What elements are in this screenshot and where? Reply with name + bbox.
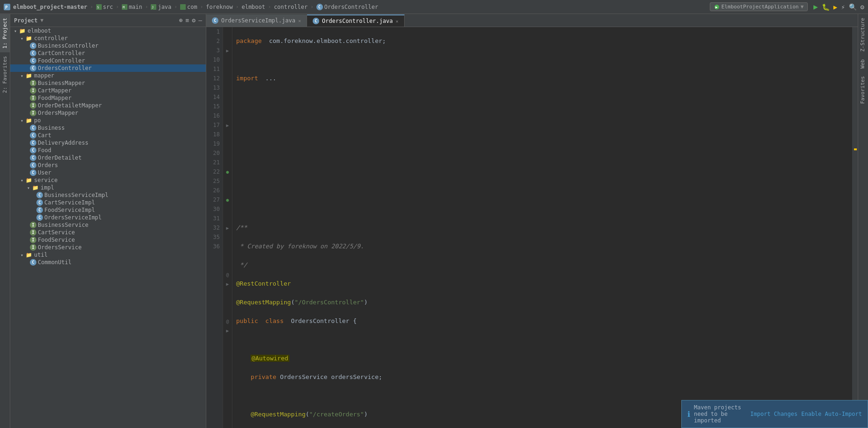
- svg-rect-8: [180, 4, 186, 10]
- tree-Cart[interactable]: C Cart: [10, 132, 206, 139]
- hide-panel-icon[interactable]: —: [198, 17, 202, 24]
- tree-service[interactable]: ▾ 📁 service: [10, 176, 206, 184]
- breadcrumb-class[interactable]: C OrdersController: [316, 4, 378, 10]
- interface-icon-BusinessService: I: [30, 222, 36, 228]
- code-editor[interactable]: 1 2 3 10 11 12 13 14 15 16 17 18 19 20: [206, 27, 858, 428]
- z-structure-tab[interactable]: Z-Structure: [858, 14, 868, 56]
- interface-icon-CartService: I: [30, 229, 36, 236]
- gear-icon[interactable]: ⚙: [192, 17, 196, 24]
- tab-label-OrdersServiceImpl: OrdersServiceImpl.java: [221, 17, 295, 24]
- tree-Business[interactable]: C Business: [10, 124, 206, 132]
- tree-OrdersService[interactable]: I OrdersService: [10, 244, 206, 251]
- tree-impl[interactable]: ▾ 📁 impl: [10, 184, 206, 191]
- search-everywhere-icon[interactable]: 🔍: [849, 3, 857, 11]
- enable-auto-import-link[interactable]: Enable Auto-Import: [801, 411, 862, 417]
- tree-OrderDetailet[interactable]: C OrderDetailet: [10, 154, 206, 161]
- tree-User[interactable]: C User: [10, 169, 206, 176]
- settings-icon[interactable]: ⚙: [861, 3, 864, 11]
- tree-label-mapper: mapper: [34, 72, 54, 79]
- project-panel: Project ▼ ⊕ ≡ ⚙ — ▾ 📁 elmboot ▾ 📁 contro…: [10, 14, 206, 428]
- fold-icon-22[interactable]: ▶: [223, 223, 232, 232]
- tree-CartController[interactable]: C CartController: [10, 49, 206, 57]
- fold-icon-32[interactable]: ▶: [223, 326, 232, 335]
- debug-icon[interactable]: 🐛: [822, 3, 830, 11]
- tree-arrow-po: ▾: [19, 118, 25, 123]
- run-icon[interactable]: ▶: [813, 2, 818, 11]
- tree-CartMapper[interactable]: I CartMapper: [10, 87, 206, 94]
- tree-util[interactable]: ▾ 📁 util: [10, 251, 206, 259]
- favorites-tab-right[interactable]: Favorites: [858, 72, 868, 108]
- bookmark-19: ●: [223, 195, 232, 204]
- scroll-indicator: [854, 148, 857, 150]
- fold-icon-16[interactable]: ●: [223, 167, 232, 176]
- class-icon-CommonUtil: C: [30, 259, 36, 266]
- code-line-17: [236, 335, 852, 344]
- breadcrumb-java[interactable]: J java: [151, 4, 171, 10]
- tree-FoodController[interactable]: C FoodController: [10, 57, 206, 64]
- tree-label-FoodController: FoodController: [38, 57, 85, 64]
- breadcrumb-sep-7: ›: [268, 4, 271, 10]
- tree-FoodMapper[interactable]: I FoodMapper: [10, 94, 206, 102]
- tab-OrdersController[interactable]: C OrdersController.java ✕: [307, 14, 405, 27]
- tree-BusinessMapper[interactable]: I BusinessMapper: [10, 79, 206, 87]
- tree-elmboot[interactable]: ▾ 📁 elmboot: [10, 27, 206, 35]
- breadcrumb-controller[interactable]: controller: [274, 4, 308, 10]
- breadcrumb-src[interactable]: S src: [96, 4, 113, 10]
- tree-arrow-util: ▾: [19, 253, 25, 258]
- breadcrumb-main[interactable]: M main: [122, 4, 142, 10]
- top-bar-project-name[interactable]: elmboot_project-master: [13, 4, 87, 10]
- project-tree: ▾ 📁 elmboot ▾ 📁 controller C BusinessCon…: [10, 27, 206, 428]
- tree-CommonUtil[interactable]: C CommonUtil: [10, 259, 206, 266]
- code-line-blank9: [236, 186, 852, 195]
- breadcrumb-elmboot[interactable]: elmboot: [242, 4, 266, 10]
- tree-OrdersServiceImpl[interactable]: C OrdersServiceImpl: [10, 214, 206, 221]
- collapse-icon[interactable]: ≡: [186, 17, 189, 24]
- tab-icon-OrdersController: C: [313, 18, 319, 24]
- breadcrumb-foreknow[interactable]: foreknow: [206, 4, 233, 10]
- breadcrumb-com[interactable]: com: [180, 4, 197, 10]
- tree-BusinessServiceImpl[interactable]: C BusinessServiceImpl: [10, 191, 206, 199]
- web-tab[interactable]: Web: [858, 56, 868, 72]
- class-icon-CartServiceImpl: C: [36, 199, 43, 206]
- profile-icon[interactable]: ⚡: [841, 3, 845, 11]
- tree-Orders[interactable]: C Orders: [10, 161, 206, 169]
- tree-po[interactable]: ▾ 📁 po: [10, 117, 206, 124]
- interface-icon-CartMapper: I: [30, 87, 36, 94]
- tree-BusinessController[interactable]: C BusinessController: [10, 42, 206, 49]
- project-tab[interactable]: 1: Project: [0, 14, 10, 52]
- run-config[interactable]: ▶ ElmbootProjectApplication ▼: [710, 2, 808, 11]
- tree-mapper[interactable]: ▾ 📁 mapper: [10, 72, 206, 79]
- main-layout: 1: Project 2: Favorites Project ▼ ⊕ ≡ ⚙ …: [0, 14, 868, 428]
- import-changes-link[interactable]: Import Changes: [750, 411, 798, 417]
- scope-icon[interactable]: ⊕: [179, 17, 183, 24]
- tab-icon-OrdersServiceImpl: C: [212, 17, 218, 24]
- notification-links: Import Changes Enable Auto-Import: [750, 411, 862, 417]
- breadcrumb-sep-1: ›: [90, 4, 93, 10]
- tree-Food[interactable]: C Food: [10, 147, 206, 154]
- fold-icon-27[interactable]: ▶: [223, 279, 232, 288]
- code-line-11: /**: [236, 223, 852, 232]
- fold-icon-11[interactable]: ▶: [223, 120, 232, 130]
- breadcrumb-sep-6: ›: [236, 4, 239, 10]
- tree-CartServiceImpl[interactable]: C CartServiceImpl: [10, 199, 206, 206]
- favorites-tab-left[interactable]: 2: Favorites: [0, 52, 10, 97]
- tree-label-Orders: Orders: [38, 162, 58, 168]
- project-dropdown-arrow[interactable]: ▼: [41, 17, 44, 23]
- tab-close-OrdersController[interactable]: ✕: [396, 19, 399, 24]
- tree-DeliveryAddress[interactable]: C DeliveryAddress: [10, 139, 206, 147]
- class-icon-OrdersController: C: [30, 65, 36, 71]
- fold-icon-3[interactable]: ▶: [223, 46, 232, 55]
- folder-icon-elmboot: 📁: [19, 28, 26, 34]
- tree-FoodServiceImpl[interactable]: C FoodServiceImpl: [10, 206, 206, 214]
- tree-CartService[interactable]: I CartService: [10, 229, 206, 236]
- tree-OrdersMapper[interactable]: I OrdersMapper: [10, 109, 206, 117]
- tab-close-OrdersServiceImpl[interactable]: ✕: [298, 18, 301, 23]
- tree-FoodService[interactable]: I FoodService: [10, 236, 206, 244]
- tab-OrdersServiceImpl[interactable]: C OrdersServiceImpl.java ✕: [206, 14, 307, 27]
- tree-controller[interactable]: ▾ 📁 controller: [10, 35, 206, 42]
- code-content[interactable]: package com.foreknow.elmboot.controller;…: [232, 27, 852, 428]
- coverage-icon[interactable]: ▶: [833, 3, 837, 11]
- tree-OrdersController[interactable]: C OrdersController: [10, 64, 206, 72]
- tree-BusinessService[interactable]: I BusinessService: [10, 221, 206, 229]
- tree-OrderDetailetMapper[interactable]: I OrderDetailetMapper: [10, 102, 206, 109]
